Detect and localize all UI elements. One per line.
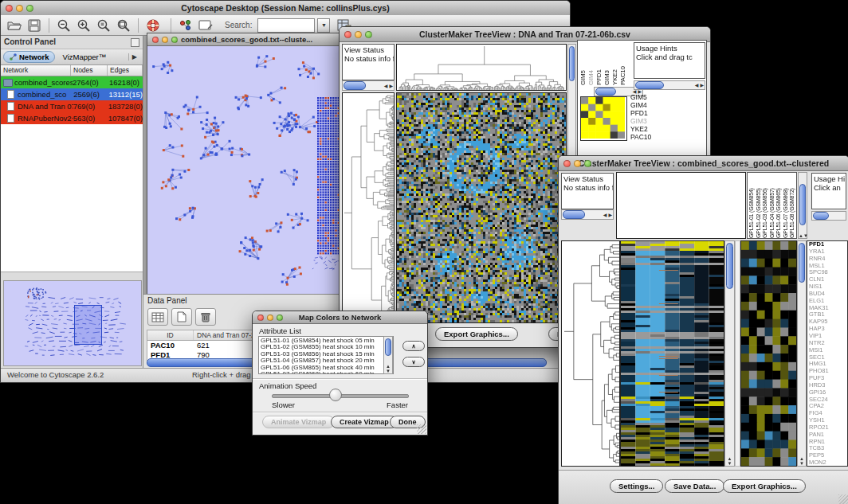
- scroll-down-icon[interactable]: ▼: [386, 369, 391, 373]
- array-dendrogram[interactable]: [396, 44, 567, 91]
- main-titlebar[interactable]: Cytoscape Desktop (Session Name: collins…: [1, 1, 570, 16]
- zoom-window-icon[interactable]: [171, 37, 178, 43]
- zoom-heatmap[interactable]: [740, 240, 797, 467]
- network-row-dna-and-tran-07[interactable]: DNA and Tran 07769(0)183728(0): [1, 100, 143, 112]
- treeview2-titlebar[interactable]: ClusterMaker TreeView : combined_scores_…: [559, 156, 848, 171]
- scroll-thumb[interactable]: [569, 46, 575, 81]
- tab-network[interactable]: Network: [3, 51, 55, 63]
- scroll-left-icon[interactable]: ◀: [603, 213, 608, 217]
- close-icon[interactable]: [257, 315, 264, 321]
- zoom-out-icon[interactable]: [55, 18, 73, 33]
- zoom-window-icon[interactable]: [277, 315, 283, 321]
- birdseye-view[interactable]: [3, 280, 142, 366]
- save-data--button[interactable]: Save Data...: [665, 479, 724, 493]
- usage-hints-scrollbar[interactable]: ◀▶: [634, 80, 705, 90]
- scroll-left-icon[interactable]: ◀: [383, 84, 389, 88]
- scroll-thumb[interactable]: [385, 338, 391, 356]
- zoom-window-icon[interactable]: [584, 160, 591, 167]
- scroll-thumb[interactable]: [799, 184, 806, 225]
- scroll-right-icon[interactable]: ▶: [699, 83, 705, 88]
- birdseye-selection-rect[interactable]: [74, 305, 102, 345]
- tab-overflow-icon[interactable]: ▶: [128, 53, 140, 61]
- minimize-icon[interactable]: [355, 31, 362, 38]
- scroll-right-icon[interactable]: ▶: [607, 213, 613, 217]
- export-graphics--button[interactable]: Export Graphics...: [435, 327, 518, 341]
- attribute-item[interactable]: GPL51-07 (GSM868) heat shock 60 min: [261, 371, 391, 374]
- usage-hints-scrollbar[interactable]: [811, 211, 846, 221]
- gene-label-pac10[interactable]: PAC10: [630, 133, 665, 141]
- new-attribute-icon[interactable]: [171, 308, 192, 326]
- help-lifesaver-icon[interactable]: [144, 18, 162, 33]
- zoom-window-icon[interactable]: [26, 5, 33, 12]
- settings--button[interactable]: Settings...: [610, 479, 663, 493]
- select-attributes-icon[interactable]: [147, 308, 168, 326]
- network-view-canvas[interactable]: [147, 46, 344, 296]
- gene-label-gim4[interactable]: GIM4: [630, 101, 665, 109]
- tab-vizmapper[interactable]: VizMapper™: [57, 52, 112, 62]
- col-nodes[interactable]: Nodes: [71, 65, 108, 76]
- search-dropdown-icon[interactable]: ▼: [317, 18, 330, 33]
- dialog-titlebar[interactable]: Map Colors to Network: [253, 311, 427, 324]
- scroll-thumb[interactable]: [635, 81, 664, 89]
- window-controls[interactable]: [6, 5, 33, 12]
- animate-vizmap-button[interactable]: Animate Vizmap: [262, 416, 335, 428]
- global-heatmap[interactable]: [620, 240, 724, 467]
- close-icon[interactable]: [6, 5, 13, 12]
- attribute-list[interactable]: GPL51-01 (GSM854) heat shock 05 minGPL51…: [258, 336, 394, 374]
- network-row-rnapubernov2-i[interactable]: RNAPuberNov2+I563(0)107847(0): [1, 112, 143, 124]
- move-up-button[interactable]: ∧: [402, 341, 425, 351]
- network-row-combined-sco[interactable]: combined_sco2569(6)13112(15): [1, 88, 143, 100]
- float-panel-icon[interactable]: [131, 38, 139, 47]
- zoom-selected-icon[interactable]: [95, 18, 112, 33]
- minimize-icon[interactable]: [267, 315, 273, 321]
- array-labels-scrollbar[interactable]: ▲▼: [798, 172, 807, 239]
- export-graphics--button[interactable]: Export Graphics...: [723, 479, 806, 493]
- attribute-list-scrollbar[interactable]: ▲▼: [383, 336, 393, 374]
- gene-dendrogram[interactable]: [561, 240, 620, 467]
- view-status-scrollbar[interactable]: ◀▶: [561, 209, 614, 220]
- birdseye-canvas[interactable]: [4, 281, 139, 364]
- resize-grip[interactable]: [838, 494, 848, 504]
- gene-label-gim3[interactable]: GIM3: [630, 117, 665, 125]
- move-down-button[interactable]: ∨: [402, 357, 425, 367]
- scroll-down-icon[interactable]: ▼: [728, 461, 732, 466]
- close-icon[interactable]: [344, 31, 351, 38]
- minimize-icon[interactable]: [162, 37, 168, 43]
- scroll-down-icon[interactable]: ▼: [803, 233, 808, 238]
- col-id[interactable]: ID: [147, 330, 194, 340]
- gene-dendrogram[interactable]: [342, 92, 395, 323]
- annotation-icon[interactable]: [197, 18, 214, 33]
- scroll-thumb[interactable]: [595, 88, 616, 96]
- close-icon[interactable]: [563, 160, 571, 167]
- zoom-in-icon[interactable]: [75, 18, 92, 33]
- create-vizmap-button[interactable]: Create Vizmap: [331, 416, 398, 428]
- heatmap-vertical-scrollbar[interactable]: ▲▼: [724, 240, 735, 467]
- close-icon[interactable]: [152, 37, 159, 43]
- delete-attribute-icon[interactable]: [195, 308, 216, 326]
- scroll-left-icon[interactable]: ◀: [694, 83, 700, 88]
- gene-label-gim5[interactable]: GIM5: [630, 93, 665, 101]
- scroll-thumb[interactable]: [726, 243, 733, 289]
- scroll-thumb[interactable]: [344, 81, 366, 90]
- network-nodes-icon[interactable]: [177, 18, 194, 33]
- minimize-icon[interactable]: [16, 5, 23, 12]
- zoom-window-icon[interactable]: [365, 31, 372, 38]
- network-frame-titlebar[interactable]: combined_scores_good.txt--cluste...: [147, 33, 346, 46]
- open-folder-icon[interactable]: [6, 18, 23, 33]
- search-input[interactable]: [257, 18, 315, 33]
- view-status-scrollbar[interactable]: ◀▶: [342, 80, 395, 91]
- zoom-fit-icon[interactable]: [115, 18, 132, 33]
- slider-thumb[interactable]: [329, 389, 342, 401]
- col-edges[interactable]: Edges: [108, 65, 143, 76]
- minimize-icon[interactable]: [574, 160, 581, 167]
- scroll-right-icon[interactable]: ▶: [388, 84, 394, 88]
- scroll-thumb[interactable]: [813, 212, 829, 220]
- save-icon[interactable]: [26, 18, 43, 33]
- col-network[interactable]: Network: [1, 65, 71, 76]
- gene-list-scrollbar[interactable]: ▲▼: [797, 240, 807, 467]
- scroll-thumb[interactable]: [799, 243, 805, 283]
- global-heatmap[interactable]: [396, 92, 567, 323]
- resize-grip[interactable]: [417, 424, 426, 434]
- network-row-combined-scores[interactable]: combined_scores2764(0)16218(0): [1, 76, 143, 88]
- gene-label-yke2[interactable]: YKE2: [630, 125, 665, 133]
